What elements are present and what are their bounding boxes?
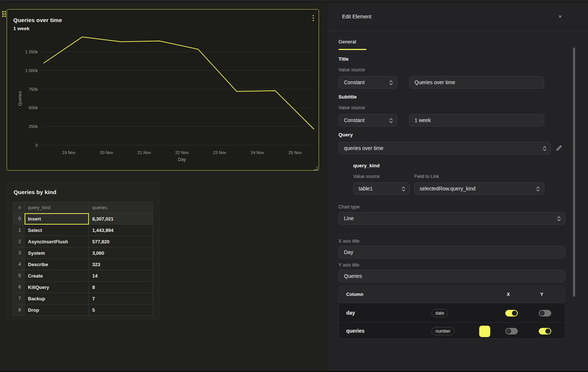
chevron-updown-icon [401,186,406,192]
chart-type-select[interactable]: Line [338,212,565,225]
field-to-link-label: Field to Link [414,174,439,179]
section-divider [338,235,565,235]
query-select[interactable]: queries over time [338,142,551,154]
table-cell[interactable]: Select [25,225,89,236]
table-row: 4Describe323 [13,259,153,270]
column-queries-y-toggle[interactable] [539,328,551,335]
query-section-heading: Query [338,132,353,137]
table-cell[interactable]: 577,820 [89,236,153,247]
table-row: 6KillQuery8 [13,282,153,293]
table-cell[interactable]: AsyncInsertFlush [25,236,89,247]
table-cell[interactable]: 323 [89,259,153,270]
table-title: Queries by kind [14,189,56,196]
top-bar [0,0,588,2]
table-column-header: # [13,202,25,213]
table-cell[interactable]: KillQuery [25,282,89,293]
table-cell[interactable]: Create [25,270,89,282]
svg-text:750k: 750k [29,87,38,92]
table-cell[interactable]: 8 [89,282,153,293]
panel-scrollbar[interactable] [573,47,575,297]
row-index-cell: 4 [13,259,25,270]
title-source-value: Constant [344,79,365,85]
title-section-heading: Title [338,56,349,62]
subtitle-source-value: Constant [344,117,365,123]
table-cell[interactable]: 7 [89,293,153,304]
queries-by-kind-table: #query_kindqueries0Insert8,307,0211Selec… [13,202,153,316]
svg-text:24 Nov: 24 Nov [251,150,264,155]
row-index-cell: 7 [13,293,25,304]
edit-query-button[interactable] [555,144,563,153]
svg-text:1 000k: 1 000k [25,68,38,73]
panel-title: Edit Element [342,14,371,19]
pencil-icon [555,144,563,152]
table-column-header: queries [89,202,153,213]
title-value-input[interactable] [409,76,544,89]
column-type-badge: number [431,327,455,335]
y-header-label: Y [540,292,543,297]
selected-table-cell[interactable]: Insert [25,213,89,225]
svg-text:19 Nov: 19 Nov [62,150,76,155]
field-to-link-select[interactable]: selectedRow.query_kind [414,182,544,195]
subtitle-value-input[interactable] [409,114,544,126]
column-queries-x-toggle[interactable] [505,328,518,335]
query-kind-source-select[interactable]: table1 [353,182,410,195]
table-cell[interactable]: 14 [89,270,153,282]
column-day-y-toggle[interactable] [539,310,551,316]
kebab-menu-icon[interactable] [311,15,316,23]
row-index-cell: 8 [13,304,25,316]
close-icon[interactable]: × [556,13,564,20]
chart-title: Queries over time [13,17,62,24]
app-root: Queries over time 1 week 0250k500k750k1 … [0,0,588,372]
row-index-cell: 5 [13,270,25,282]
table-row: 0Insert8,307,021 [13,213,153,225]
title-source-select[interactable]: Constant [338,76,397,89]
x-axis-title-label: X axis title [338,239,359,244]
query-kind-source-value: table1 [359,186,373,192]
svg-text:23 Nov: 23 Nov [213,150,226,155]
chevron-updown-icon [536,186,540,192]
y-axis-title-input[interactable] [338,270,565,282]
svg-text:500k: 500k [29,105,38,110]
table-panel: Queries by kind #query_kindqueries0Inser… [7,183,159,319]
svg-text:1 250k: 1 250k [25,50,38,54]
subtitle-source-select[interactable]: Constant [338,114,397,126]
table-cell[interactable]: Describe [25,259,89,270]
table-cell[interactable]: Drop [25,304,89,316]
x-header-label: X [507,292,510,297]
svg-text:Queries: Queries [18,91,22,106]
toggle-knob [539,311,545,316]
column-type-badge: date [431,309,448,317]
table-cell[interactable]: Backup [25,293,89,304]
field-to-link-value: selectedRow.query_kind [420,186,476,192]
resize-handle[interactable] [313,165,318,169]
table-cell[interactable]: System [25,247,89,259]
svg-text:250k: 250k [29,124,38,129]
query-kind-source-label: Value source [353,174,380,179]
svg-text:22 Nov: 22 Nov [175,150,189,155]
chart-subtitle: 1 week [13,26,29,31]
x-axis-title-input[interactable] [338,246,565,258]
dashboard-canvas: Queries over time 1 week 0250k500k750k1 … [0,3,327,372]
title-value-source-label: Value source [338,67,365,72]
kebab-dots-icon [312,15,314,21]
table-row: 1Select1,443,894 [13,225,153,236]
toggle-knob [512,311,517,316]
series-color-swatch[interactable] [479,326,490,337]
chart-panel[interactable]: Queries over time 1 week 0250k500k750k1 … [7,9,319,171]
svg-text:20 Nov: 20 Nov [100,150,113,155]
table-cell[interactable]: 5 [89,304,153,316]
table-cell[interactable]: 3,060 [89,247,153,259]
table-cell[interactable]: 1,443,894 [89,225,153,236]
table-cell[interactable]: 8,307,021 [89,213,153,225]
table-row: 7Backup7 [13,293,153,304]
column-day-x-toggle[interactable] [505,310,518,316]
row-index-cell: 0 [13,213,25,225]
row-index-cell: 1 [13,225,25,236]
toggle-knob [545,329,551,334]
edit-element-panel: Edit Element × General Title Value sourc… [327,3,588,372]
table-column-header: query_kind [25,202,89,213]
chart-type-label: Chart type [338,204,360,210]
tab-general[interactable]: General [338,39,356,44]
table-row: 5Create14 [13,270,153,282]
column-header-label: Column [346,292,363,297]
